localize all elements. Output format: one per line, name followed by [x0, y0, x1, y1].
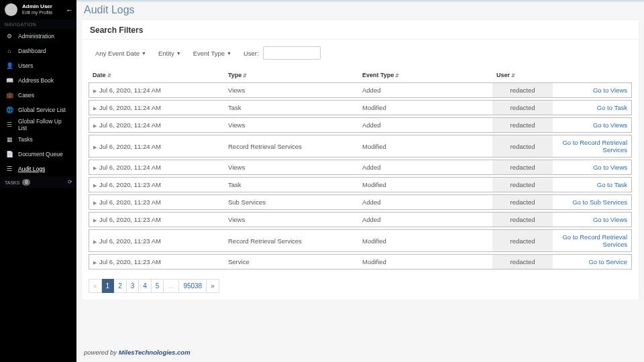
go-to-service-link[interactable]: Go to Service — [588, 258, 627, 265]
nav-tasks[interactable]: ▦Tasks — [0, 132, 76, 147]
nav-icon: 🌐 — [5, 107, 14, 113]
cell-type: Sub Services — [224, 194, 358, 210]
cell-type: Record Retrieval Services — [224, 229, 358, 252]
filter-date-dropdown[interactable]: Any Event Date▼ — [95, 50, 146, 57]
go-to-views-link[interactable]: Go to Views — [593, 164, 627, 171]
table-row: ▶Jul 6, 2020, 11:23 AMTaskModifiedredact… — [89, 177, 632, 192]
expand-icon[interactable]: ▶ — [93, 88, 97, 93]
edit-profile-link[interactable]: Edit my Profile — [22, 10, 52, 15]
page-last[interactable]: 95038 — [179, 279, 207, 293]
go-to-task-link[interactable]: Go to Task — [597, 104, 627, 111]
tasks-section[interactable]: TASKS 0 ⟳ — [0, 176, 76, 188]
cell-event-type: Added — [358, 117, 492, 133]
cell-link: Go to Task — [553, 177, 632, 192]
expand-icon[interactable]: ▶ — [93, 106, 97, 111]
go-to-views-link[interactable]: Go to Views — [593, 216, 627, 223]
filter-entity-dropdown[interactable]: Entity▼ — [158, 50, 181, 57]
nav-icon: 👤 — [5, 62, 14, 69]
nav-list: ⚙Administration⌂Dashboard👤Users📖Address … — [0, 29, 76, 176]
nav-audit-logs[interactable]: ☰Audit Logs — [0, 162, 76, 176]
nav-label: Global Follow Up List — [18, 118, 72, 131]
cell-user: redacted — [492, 177, 553, 192]
cell-user: redacted — [492, 135, 553, 158]
expand-icon[interactable]: ▶ — [93, 218, 97, 223]
expand-icon[interactable]: ▶ — [93, 123, 97, 128]
sort-icon: ⇵ — [511, 73, 515, 78]
nav-global-follow-up[interactable]: ☰Global Follow Up List — [0, 117, 76, 132]
cell-type: Views — [224, 82, 358, 98]
page-3[interactable]: 3 — [127, 279, 140, 293]
filter-event-type-dropdown[interactable]: Event Type▼ — [193, 50, 231, 57]
expand-icon[interactable]: ▶ — [93, 145, 97, 149]
cell-event-type: Modified — [358, 100, 492, 115]
nav-icon: ⚙ — [5, 33, 14, 40]
table-row: ▶Jul 6, 2020, 11:23 AMRecord Retrieval S… — [89, 229, 632, 252]
expand-icon[interactable]: ▶ — [93, 166, 97, 170]
cell-date: ▶Jul 6, 2020, 11:24 AM — [89, 82, 224, 98]
caret-icon: ▼ — [142, 51, 146, 56]
cell-user: redacted — [492, 100, 553, 115]
user-block: Admin User Edit my Profile ← — [0, 0, 76, 19]
filters-row: Any Event Date▼ Entity▼ Event Type▼ User… — [82, 40, 639, 68]
nav-label: Global Service List — [18, 107, 66, 113]
table-header-row: Date⇵ Type⇵ Event Type⇵ User⇵ — [89, 69, 632, 82]
table-row: ▶Jul 6, 2020, 11:24 AMRecord Retrieval S… — [89, 135, 632, 158]
table-row: ▶Jul 6, 2020, 11:23 AMServiceModifiedred… — [89, 254, 632, 269]
expand-icon[interactable]: ▶ — [93, 239, 97, 244]
avatar[interactable] — [5, 3, 17, 16]
nav-icon: 💼 — [5, 92, 14, 99]
cell-type: Views — [224, 160, 358, 175]
pagination: «12345…95038» — [82, 275, 639, 300]
nav-icon: 📖 — [5, 77, 14, 84]
cell-link: Go to Task — [553, 100, 632, 115]
nav-icon: ▦ — [5, 136, 14, 143]
page-2[interactable]: 2 — [114, 279, 127, 293]
nav-label: Address Book — [18, 77, 54, 84]
expand-icon[interactable]: ▶ — [93, 200, 97, 205]
nav-cases[interactable]: 💼Cases — [0, 88, 76, 103]
nav-icon: ☰ — [5, 121, 14, 128]
filter-user-input[interactable] — [263, 46, 321, 60]
cell-date: ▶Jul 6, 2020, 11:23 AM — [89, 254, 224, 269]
page-title: Audit Logs — [76, 2, 644, 20]
go-to-record-retrieval-services-link[interactable]: Go to Record Retrieval Services — [562, 139, 627, 154]
page-5[interactable]: 5 — [152, 279, 164, 293]
go-to-task-link[interactable]: Go to Task — [597, 181, 627, 188]
page-1[interactable]: 1 — [102, 279, 115, 293]
col-event-type[interactable]: Event Type⇵ — [358, 69, 492, 82]
nav-label: Administration — [18, 33, 54, 40]
refresh-icon[interactable]: ⟳ — [68, 179, 72, 185]
nav-users[interactable]: 👤Users — [0, 58, 76, 73]
nav-address-book[interactable]: 📖Address Book — [0, 73, 76, 88]
collapse-sidebar-icon[interactable]: ← — [66, 6, 73, 14]
go-to-views-link[interactable]: Go to Views — [593, 86, 627, 94]
cell-link: Go to Record Retrieval Services — [553, 229, 632, 252]
col-date[interactable]: Date⇵ — [89, 69, 224, 82]
go-to-views-link[interactable]: Go to Views — [593, 121, 627, 129]
footer-brand-link[interactable]: MilesTechnologies.com — [119, 349, 191, 356]
cell-user: redacted — [492, 194, 553, 210]
cell-link: Go to Service — [553, 254, 632, 269]
nav-label: Document Queue — [18, 151, 63, 158]
footer-prefix: powered by — [84, 349, 119, 356]
cell-user: redacted — [492, 160, 553, 175]
tasks-badge: 0 — [22, 179, 30, 186]
cell-event-type: Added — [358, 194, 492, 210]
page-next[interactable]: » — [207, 279, 219, 293]
go-to-sub-services-link[interactable]: Go to Sub Services — [572, 198, 627, 206]
expand-icon[interactable]: ▶ — [93, 260, 97, 265]
nav-label: Dashboard — [18, 48, 46, 54]
cell-link: Go to Views — [553, 117, 632, 133]
nav-administration[interactable]: ⚙Administration — [0, 29, 76, 44]
nav-global-service-list[interactable]: 🌐Global Service List — [0, 103, 76, 117]
nav-document-queue[interactable]: 📄Document Queue — [0, 147, 76, 162]
nav-dashboard[interactable]: ⌂Dashboard — [0, 44, 76, 58]
sidebar: Admin User Edit my Profile ← NAVIGATION … — [0, 0, 76, 362]
cell-user: redacted — [492, 212, 553, 227]
cell-user: redacted — [492, 82, 553, 98]
col-user[interactable]: User⇵ — [492, 69, 553, 82]
expand-icon[interactable]: ▶ — [93, 183, 97, 188]
col-type[interactable]: Type⇵ — [224, 69, 358, 82]
page-4[interactable]: 4 — [139, 279, 152, 293]
go-to-record-retrieval-services-link[interactable]: Go to Record Retrieval Services — [562, 233, 627, 248]
